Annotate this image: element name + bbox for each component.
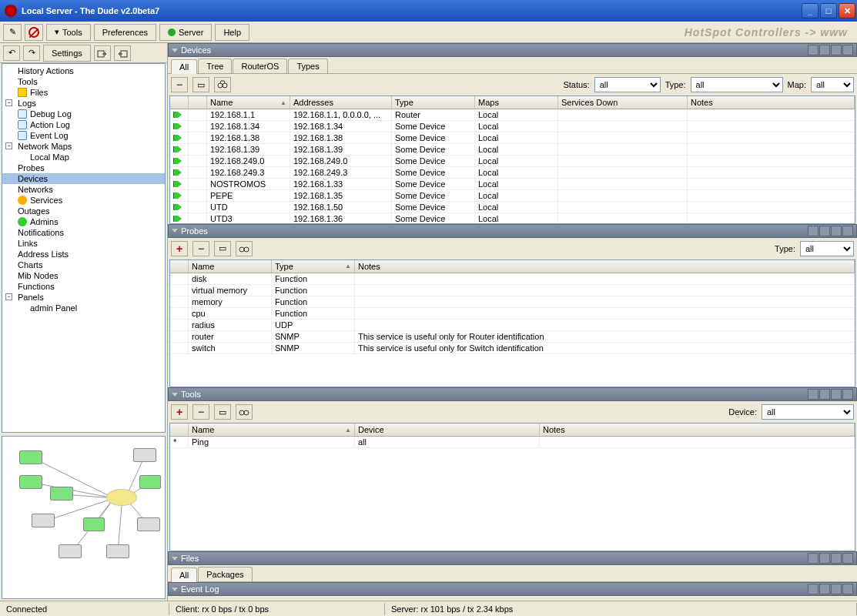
pane-ctrl[interactable]: [819, 553, 830, 564]
nav-tree[interactable]: History ActionsToolsFiles-LogsDebug LogA…: [2, 63, 166, 433]
table-row[interactable]: diskFunction: [170, 273, 855, 285]
device-select[interactable]: all: [762, 404, 854, 420]
tree-item-network-maps[interactable]: -Network Maps: [2, 141, 165, 152]
tab-types[interactable]: Types: [288, 59, 327, 73]
column-header[interactable]: Type: [392, 96, 475, 109]
pane-ctrl[interactable]: [808, 226, 819, 236]
files-header[interactable]: Files: [168, 551, 857, 565]
pane-ctrl[interactable]: [808, 45, 819, 55]
tab-packages[interactable]: Packages: [198, 567, 252, 581]
pane-ctrl[interactable]: [808, 553, 819, 564]
table-row[interactable]: 192.168.249.0192.168.249.0Some DeviceLoc…: [170, 156, 855, 167]
map-select[interactable]: all: [811, 77, 854, 92]
devices-header[interactable]: Devices: [168, 43, 857, 57]
remove-button[interactable]: −: [192, 404, 209, 420]
eventlog-header[interactable]: Event Log: [168, 582, 857, 596]
tools-grid[interactable]: Name▲DeviceNotes *Pingall: [169, 423, 855, 551]
tree-item-panels[interactable]: -Panels: [2, 292, 165, 303]
column-header[interactable]: [170, 260, 189, 273]
column-header[interactable]: Addresses: [290, 96, 392, 109]
table-row[interactable]: routerSNMPThis service is useful only fo…: [170, 331, 855, 343]
column-header[interactable]: Type▲: [272, 260, 355, 273]
tab-all[interactable]: All: [171, 59, 197, 74]
pane-ctrl[interactable]: [831, 553, 842, 564]
column-header[interactable]: [170, 96, 189, 109]
tree-item-logs[interactable]: -Logs: [2, 98, 165, 109]
tree-item-address-lists[interactable]: Address Lists: [2, 249, 165, 259]
wand-button[interactable]: ✎: [3, 24, 22, 41]
table-row[interactable]: UTD192.168.1.50Some DeviceLocal: [170, 202, 855, 213]
column-header[interactable]: Device: [355, 424, 540, 436]
tree-item-notifications[interactable]: Notifications: [2, 227, 165, 238]
column-header[interactable]: Maps: [475, 96, 558, 109]
copy-button[interactable]: ▭: [214, 404, 231, 420]
pane-ctrl[interactable]: [819, 389, 830, 400]
table-row[interactable]: cpuFunction: [170, 308, 855, 320]
table-row[interactable]: 192.168.1.1192.168.1.1, 0.0.0.0, ...Rout…: [170, 109, 855, 121]
pane-ctrl[interactable]: [842, 389, 853, 400]
tools-menu[interactable]: ▾ Tools: [46, 24, 91, 41]
column-header[interactable]: [189, 96, 207, 109]
tree-item-services[interactable]: Services: [2, 195, 165, 206]
network-minimap[interactable]: [2, 436, 166, 599]
pane-ctrl[interactable]: [842, 226, 853, 236]
tab-tree[interactable]: Tree: [198, 59, 232, 73]
tree-item-probes[interactable]: Probes: [2, 162, 165, 173]
table-row[interactable]: NOSTROMOS192.168.1.33Some DeviceLocal: [170, 179, 855, 190]
minimize-button[interactable]: _: [802, 3, 819, 18]
table-row[interactable]: 192.168.249.3192.168.249.3Some DeviceLoc…: [170, 167, 855, 179]
add-button[interactable]: +: [171, 404, 188, 420]
remove-button[interactable]: −: [171, 77, 188, 92]
pane-ctrl[interactable]: [842, 45, 853, 55]
status-select[interactable]: all: [594, 77, 661, 92]
type-select[interactable]: all: [800, 241, 854, 256]
column-header[interactable]: Notes: [355, 260, 855, 273]
preferences-button[interactable]: Preferences: [94, 24, 156, 41]
pane-ctrl[interactable]: [842, 553, 853, 564]
devices-grid[interactable]: Name▲AddressesTypeMapsServices DownNotes…: [169, 95, 855, 224]
pane-ctrl[interactable]: [842, 584, 853, 594]
table-row[interactable]: *Pingall: [170, 437, 855, 448]
tree-item-history-actions[interactable]: History Actions: [2, 65, 165, 76]
tree-item-links[interactable]: Links: [2, 238, 165, 249]
add-button[interactable]: +: [171, 241, 188, 256]
pane-ctrl[interactable]: [831, 584, 842, 594]
back-button[interactable]: ↶: [3, 45, 20, 61]
remove-button[interactable]: −: [192, 241, 209, 256]
probes-header[interactable]: Probes: [168, 224, 857, 238]
find-button[interactable]: [236, 404, 253, 420]
tools-header[interactable]: Tools: [168, 387, 857, 401]
column-header[interactable]: Notes: [540, 424, 855, 436]
help-menu[interactable]: Help: [215, 24, 249, 41]
tree-item-charts[interactable]: Charts: [2, 259, 165, 270]
tree-item-action-log[interactable]: Action Log: [2, 119, 165, 130]
table-row[interactable]: virtual memoryFunction: [170, 285, 855, 296]
maximize-button[interactable]: □: [820, 3, 837, 18]
table-row[interactable]: UTD3192.168.1.36Some DeviceLocal: [170, 213, 855, 223]
pane-ctrl[interactable]: [831, 389, 842, 400]
tree-item-devices[interactable]: Devices: [2, 173, 165, 184]
copy-button[interactable]: ▭: [214, 241, 231, 256]
tree-item-admins[interactable]: Admins: [2, 216, 165, 227]
table-row[interactable]: 192.168.1.39192.168.1.39Some DeviceLocal: [170, 144, 855, 156]
tab-routeros[interactable]: RouterOS: [233, 59, 287, 73]
column-header[interactable]: Name▲: [189, 424, 355, 436]
column-header[interactable]: Name▲: [207, 96, 290, 109]
tree-item-mib-nodes[interactable]: Mib Nodes: [2, 270, 165, 281]
pane-ctrl[interactable]: [808, 389, 819, 400]
pane-ctrl[interactable]: [819, 226, 830, 236]
copy-button[interactable]: ▭: [192, 77, 209, 92]
column-header[interactable]: Notes: [688, 96, 855, 109]
pane-ctrl[interactable]: [831, 45, 842, 55]
tree-item-admin-panel[interactable]: admin Panel: [2, 303, 165, 313]
table-row[interactable]: PEPE192.168.1.35Some DeviceLocal: [170, 190, 855, 202]
table-row[interactable]: memoryFunction: [170, 296, 855, 308]
table-row[interactable]: 192.168.1.38192.168.1.38Some DeviceLocal: [170, 132, 855, 144]
settings-button[interactable]: Settings: [43, 45, 91, 62]
find-button[interactable]: [214, 77, 231, 92]
close-button[interactable]: ✕: [839, 3, 855, 18]
pane-ctrl[interactable]: [819, 45, 830, 55]
table-row[interactable]: 192.168.1.34192.168.1.34Some DeviceLocal: [170, 121, 855, 132]
import-button[interactable]: [94, 45, 111, 61]
disable-button[interactable]: [25, 24, 43, 41]
